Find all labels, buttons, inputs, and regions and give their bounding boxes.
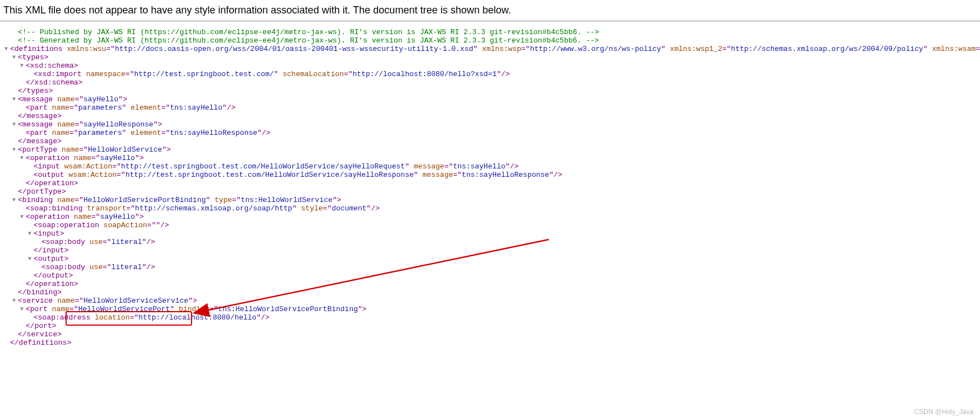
operation-open: ▼<operation name="sayHello"> xyxy=(2,154,978,162)
xml-comment: <!-- Published by JAX-WS RI (https://git… xyxy=(2,28,978,36)
expand-toggle-icon[interactable]: ▼ xyxy=(20,62,26,70)
expand-toggle-icon[interactable]: ▼ xyxy=(4,45,10,53)
porttype-close: </portType> xyxy=(2,187,978,196)
operation-open: ▼<operation name="sayHello"> xyxy=(2,213,978,221)
output-open: ▼<output> xyxy=(2,255,978,263)
input-open: ▼<input> xyxy=(2,229,978,238)
definitions-close: </definitions> xyxy=(2,339,978,347)
soap-operation: <soap:operation soapAction=""/> xyxy=(2,221,978,229)
expand-toggle-icon[interactable]: ▼ xyxy=(12,95,18,104)
binding-open: ▼<binding name="HelloWorldServicePortBin… xyxy=(2,196,978,204)
input-close: </input> xyxy=(2,246,978,255)
operation-close: </operation> xyxy=(2,179,978,187)
output-close: </output> xyxy=(2,271,978,280)
types-open: ▼<types> xyxy=(2,53,978,62)
schema-close: </xsd:schema> xyxy=(2,78,978,87)
types-close: </types> xyxy=(2,87,978,95)
output: <output wsam:Action="http://test.springb… xyxy=(2,171,978,179)
part: <part name="parameters" element="tns:say… xyxy=(2,104,978,112)
part: <part name="parameters" element="tns:say… xyxy=(2,129,978,137)
message-close: </message> xyxy=(2,112,978,120)
expand-toggle-icon[interactable]: ▼ xyxy=(28,255,34,263)
soap-binding: <soap:binding transport="http://schemas.… xyxy=(2,204,978,213)
binding-close: </binding> xyxy=(2,288,978,297)
expand-toggle-icon[interactable]: ▼ xyxy=(12,196,18,204)
expand-toggle-icon[interactable]: ▼ xyxy=(12,53,18,62)
expand-toggle-icon[interactable]: ▼ xyxy=(12,120,18,129)
porttype-open: ▼<portType name="HelloWorldService"> xyxy=(2,145,978,154)
xml-tree: <!-- Published by JAX-WS RI (https://git… xyxy=(0,21,980,349)
xml-comment: <!-- Generated by JAX-WS RI (https://git… xyxy=(2,36,978,45)
soap-address: <soap:address location="http://localhost… xyxy=(2,313,978,322)
expand-toggle-icon[interactable]: ▼ xyxy=(28,229,34,238)
xml-info-banner: This XML file does not appear to have an… xyxy=(0,0,980,21)
message-open: ▼<message name="sayHello"> xyxy=(2,95,978,104)
port-close: </port> xyxy=(2,322,978,330)
expand-toggle-icon[interactable]: ▼ xyxy=(12,145,18,154)
soap-body: <soap:body use="literal"/> xyxy=(2,263,978,271)
input: <input wsam:Action="http://test.springbo… xyxy=(2,162,978,171)
service-close: </service> xyxy=(2,330,978,339)
expand-toggle-icon[interactable]: ▼ xyxy=(12,297,18,305)
message-close: </message> xyxy=(2,137,978,145)
definitions-open: ▼<definitions xmlns:wsu="http://docs.oas… xyxy=(2,45,978,53)
watermark: CSDN @Holy_Java xyxy=(914,408,973,416)
port-open: ▼<port name="HelloWorldServicePort" bind… xyxy=(2,305,978,313)
schema-open: ▼<xsd:schema> xyxy=(2,62,978,70)
operation-close: </operation> xyxy=(2,280,978,288)
expand-toggle-icon[interactable]: ▼ xyxy=(20,213,26,221)
expand-toggle-icon[interactable]: ▼ xyxy=(20,154,26,162)
xsd-import: <xsd:import namespace="http://test.sprin… xyxy=(2,70,978,78)
soap-body: <soap:body use="literal"/> xyxy=(2,238,978,246)
service-open: ▼<service name="HelloWorldServiceService… xyxy=(2,297,978,305)
message-open: ▼<message name="sayHelloResponse"> xyxy=(2,120,978,129)
expand-toggle-icon[interactable]: ▼ xyxy=(20,305,26,313)
